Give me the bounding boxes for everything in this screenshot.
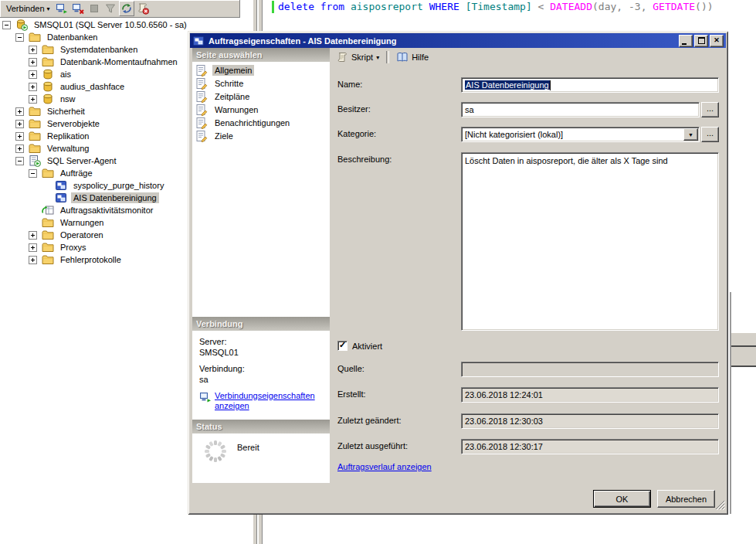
tree-expander[interactable]	[15, 157, 24, 165]
job-history-link[interactable]: Auftragsverlauf anzeigen	[337, 462, 432, 471]
tree-expander[interactable]	[15, 120, 24, 128]
combo-arrow-icon[interactable]	[683, 128, 698, 141]
folder-icon	[29, 130, 41, 142]
folder-icon	[29, 105, 41, 117]
tree-item-label[interactable]: audius_dashface	[58, 81, 127, 92]
resize-grip[interactable]	[715, 500, 725, 510]
dialog-toolbar: Skript ▾ Hilfe	[332, 49, 432, 65]
tree-item-label[interactable]: Datenbank-Momentaufnahmen	[58, 56, 180, 67]
name-label: Name:	[337, 80, 362, 89]
tree-item-label[interactable]: SQL Server-Agent	[45, 155, 118, 166]
connect-dropdown[interactable]: Verbinden ▾	[3, 2, 53, 15]
tree-item-label[interactable]: syspolicy_purge_history	[71, 180, 166, 191]
tree-expander[interactable]	[29, 169, 37, 178]
tree-expander-spacer	[42, 194, 50, 202]
connection-properties-link[interactable]: Verbindungseigenschaften anzeigen	[215, 391, 315, 411]
tree-expander[interactable]	[29, 83, 37, 91]
tree-expander[interactable]	[29, 231, 37, 240]
connect-server-button[interactable]	[54, 1, 69, 16]
tree-expander[interactable]	[15, 107, 24, 116]
connection-value: sa	[199, 375, 330, 384]
tree-item-label[interactable]: Systemdatenbanken	[58, 44, 140, 55]
category-browse-button[interactable]: ...	[701, 127, 719, 142]
cancel-button[interactable]: Abbrechen	[657, 490, 715, 508]
tree-expander[interactable]	[29, 46, 37, 54]
tree-expander[interactable]	[2, 21, 11, 29]
disconnect-server-button[interactable]	[70, 1, 86, 16]
tree-item-label[interactable]: Auftragsaktivitätsmonitor	[58, 205, 155, 216]
category-select[interactable]: [Nicht kategorisiert (lokal)]	[461, 127, 700, 142]
sql-token: aisposreport	[351, 1, 429, 12]
executed-field: 23.06.2018 12:30:17	[461, 439, 719, 454]
help-button[interactable]: Hilfe	[392, 49, 432, 65]
progress-spinner-icon	[203, 439, 228, 464]
background-divider	[731, 366, 756, 367]
tree-item-label[interactable]: SMSQL01 (SQL Server 10.50.6560 - sa)	[32, 19, 189, 30]
description-label: Beschreibung:	[337, 155, 392, 164]
toolbar-separator	[386, 51, 389, 63]
page-item-label[interactable]: Benachrichtigungen	[212, 117, 292, 128]
dialog-title: Auftragseigenschaften - AIS Datenbereini…	[208, 36, 677, 46]
owner-browse-button[interactable]: ...	[701, 102, 719, 117]
activity-monitor-icon	[42, 204, 54, 216]
tree-expander[interactable]	[29, 70, 37, 79]
page-list: Allgemein Schritte Zeitpläne Warnungen B…	[192, 62, 330, 317]
tree-row: SMSQL01 (SQL Server 10.50.6560 - sa)	[0, 19, 251, 31]
tree-item-label[interactable]: Datenbanken	[45, 32, 100, 42]
tree-expander[interactable]	[29, 243, 37, 252]
tree-item-label[interactable]: Verwaltung	[45, 143, 91, 154]
minimize-button[interactable]	[679, 35, 693, 47]
enabled-checkbox[interactable]	[337, 341, 347, 351]
page-icon	[195, 104, 208, 116]
page-item[interactable]: Benachrichtigungen	[192, 116, 330, 129]
database-icon	[42, 68, 54, 80]
tree-item-label[interactable]: Warnungen	[58, 217, 106, 228]
tree-item-label[interactable]: Sicherheit	[45, 106, 87, 117]
page-item-label-selected[interactable]: Allgemein	[212, 65, 254, 76]
page-item[interactable]: Warnungen	[192, 103, 330, 116]
name-input[interactable]: AIS Datenbereinigung	[461, 77, 719, 93]
tree-item-label-selected[interactable]: AIS Datenbereinigung	[71, 192, 159, 203]
page-icon	[195, 117, 208, 129]
connect-dropdown-label: Verbinden	[6, 4, 45, 13]
tree-expander[interactable]	[29, 58, 37, 66]
tree-expander[interactable]	[29, 256, 37, 264]
tree-expander[interactable]	[15, 144, 24, 153]
help-icon	[396, 51, 409, 63]
page-item-label[interactable]: Schritte	[212, 78, 246, 89]
page-item[interactable]: Schritte	[192, 76, 330, 90]
tree-expander[interactable]	[29, 95, 37, 104]
tree-item-label[interactable]: Aufträge	[58, 168, 95, 178]
script-error-icon	[137, 2, 149, 15]
page-item-label[interactable]: Warnungen	[212, 104, 260, 115]
owner-input[interactable]: sa	[461, 102, 700, 117]
maximize-button[interactable]	[694, 35, 708, 47]
tree-item-label[interactable]: nsw	[58, 94, 78, 104]
page-item[interactable]: Ziele	[192, 129, 330, 142]
tree-expander[interactable]	[15, 132, 24, 141]
page-item[interactable]: Allgemein	[192, 63, 330, 76]
tree-item-label[interactable]: Fehlerprotokolle	[58, 254, 124, 265]
tree-expander-spacer	[29, 219, 37, 227]
tree-item-label[interactable]: Proxys	[58, 242, 89, 253]
tree-expander[interactable]	[15, 33, 24, 42]
description-textarea[interactable]: Löscht Daten in aisposreport, die älter …	[461, 152, 719, 331]
executed-value: 23.06.2018 12:30:17	[465, 442, 543, 451]
close-button[interactable]	[710, 35, 724, 47]
description-value: Löscht Daten in aisposreport, die älter …	[465, 156, 668, 165]
tree-item-label[interactable]: Replikation	[45, 131, 91, 141]
script-button[interactable]: Skript ▾	[332, 49, 383, 65]
script-error-button[interactable]	[135, 1, 151, 16]
ok-button[interactable]: OK	[593, 490, 651, 508]
tree-item-label[interactable]: Serverobjekte	[45, 118, 102, 129]
name-input-value: AIS Datenbereinigung	[465, 80, 550, 90]
sql-code-line[interactable]: delete from aisposreport WHERE [Timestam…	[278, 1, 714, 13]
tree-item-label[interactable]: Operatoren	[58, 230, 106, 240]
page-item[interactable]: Zeitpläne	[192, 90, 330, 103]
refresh-button[interactable]	[119, 1, 134, 16]
page-item-label[interactable]: Ziele	[212, 131, 236, 141]
page-item-label[interactable]: Zeitpläne	[212, 91, 252, 102]
folder-icon	[29, 31, 41, 43]
dialog-titlebar[interactable]: Auftragseigenschaften - AIS Datenbereini…	[190, 33, 726, 48]
tree-item-label[interactable]: ais	[58, 69, 73, 80]
